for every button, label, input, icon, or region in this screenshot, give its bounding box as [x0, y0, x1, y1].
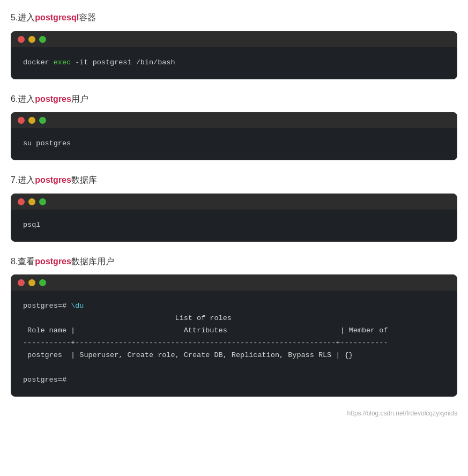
terminal-8-line1: postgres=# \du [23, 300, 445, 313]
section-8-keyword: postgres [35, 257, 71, 266]
section-7-number: 7.进入 [11, 175, 35, 184]
terminal-5-cmd3: -it postgres1 /bin/bash [71, 58, 175, 66]
section-7: 7.进入postgres数据库 psql [11, 173, 457, 242]
terminal-8-separator: -----------+----------------------------… [23, 339, 388, 347]
terminal-7-cmd: psql [23, 221, 40, 229]
terminal-6-cmd: su postgres [23, 139, 71, 147]
terminal-8-line3: Role name | Attributes | Member of [23, 325, 445, 337]
section-7-keyword: postgres [35, 175, 71, 184]
watermark: https://blog.csdn.net/frdevolcqzyxynids [11, 410, 457, 417]
terminal-8-line5: postgres | Superuser, Create role, Creat… [23, 349, 445, 362]
terminal-8-line2: List of roles [23, 313, 445, 325]
section-8: 8.查看postgres数据库用户 postgres=# \du List of… [11, 255, 457, 397]
dot-yellow-8 [28, 279, 35, 286]
dot-red-8 [18, 279, 25, 286]
dot-red-5 [18, 36, 25, 43]
section-8-suffix: 数据库用户 [71, 257, 114, 266]
terminal-6-titlebar [11, 113, 457, 128]
terminal-5-titlebar [11, 32, 457, 47]
section-8-number: 8.查看 [11, 257, 35, 266]
terminal-8-line6 [23, 362, 445, 374]
section-5-number: 5.进入 [11, 13, 35, 22]
terminal-7: psql [11, 194, 457, 242]
section-5-keyword: postgresql [35, 13, 79, 22]
terminal-8-header: Role name | Attributes | Member of [23, 326, 388, 334]
terminal-7-body: psql [11, 210, 457, 241]
dot-green-6 [39, 117, 46, 124]
section-5-title: 5.进入postgresql容器 [11, 11, 457, 25]
dot-green-8 [39, 279, 46, 286]
terminal-7-titlebar [11, 194, 457, 210]
dot-yellow-5 [28, 36, 35, 43]
terminal-8-line7: postgres=# [23, 374, 445, 386]
terminal-5-cmd1: docker [23, 58, 54, 66]
terminal-8-data: postgres | Superuser, Create role, Creat… [23, 351, 353, 359]
dot-yellow-6 [28, 117, 35, 124]
terminal-6: su postgres [11, 112, 457, 160]
section-6: 6.进入postgres用户 su postgres [11, 92, 457, 161]
dot-red-6 [18, 117, 25, 124]
terminal-5: docker exec -it postgres1 /bin/bash [11, 31, 457, 79]
terminal-8-titlebar [11, 275, 457, 291]
watermark-text: https://blog.csdn.net/frdevolcqzyxynids [347, 410, 457, 417]
terminal-8-prompt2: postgres=# [23, 376, 66, 384]
section-6-number: 6.进入 [11, 94, 35, 103]
terminal-8-list-roles: List of roles [23, 314, 232, 322]
terminal-5-body: docker exec -it postgres1 /bin/bash [11, 47, 457, 79]
section-8-title: 8.查看postgres数据库用户 [11, 255, 457, 269]
dot-green-7 [39, 198, 46, 205]
section-5: 5.进入postgresql容器 docker exec -it postgre… [11, 11, 457, 79]
section-6-keyword: postgres [35, 94, 71, 103]
section-5-suffix: 容器 [79, 13, 96, 22]
page-container: 5.进入postgresql容器 docker exec -it postgre… [11, 11, 457, 417]
dot-red-7 [18, 198, 25, 205]
terminal-5-cmd2: exec [54, 58, 71, 66]
section-6-suffix: 用户 [71, 94, 88, 103]
section-7-title: 7.进入postgres数据库 [11, 173, 457, 187]
dot-yellow-7 [28, 198, 35, 205]
terminal-8: postgres=# \du List of roles Role name |… [11, 274, 457, 397]
dot-green-5 [39, 36, 46, 43]
terminal-8-line4: -----------+----------------------------… [23, 337, 445, 349]
terminal-8-body: postgres=# \du List of roles Role name |… [11, 291, 457, 396]
section-6-title: 6.进入postgres用户 [11, 92, 457, 106]
terminal-6-body: su postgres [11, 128, 457, 160]
terminal-8-prompt1: postgres=# [23, 302, 71, 310]
section-7-suffix: 数据库 [71, 175, 97, 184]
terminal-8-du: \du [71, 302, 84, 310]
